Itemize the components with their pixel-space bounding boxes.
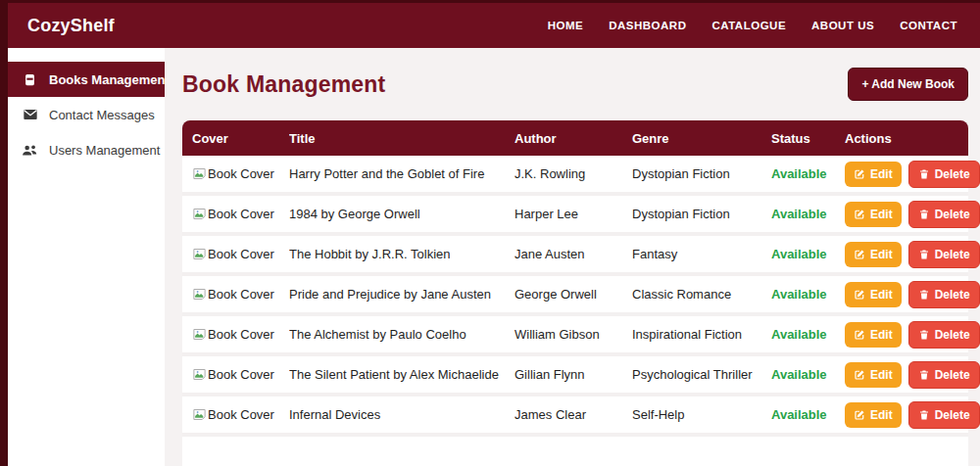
- book-cover-alt-text: Book Cover: [208, 407, 274, 422]
- edit-icon: [854, 289, 865, 301]
- sidebar-item-label: Users Management: [49, 143, 160, 158]
- book-genre: Inspirational Fiction: [632, 327, 771, 342]
- sidebar-item-users-management[interactable]: Users Management: [8, 132, 165, 167]
- edit-button[interactable]: Edit: [845, 362, 902, 388]
- book-cover: Book Cover: [192, 407, 289, 422]
- edit-button[interactable]: Edit: [845, 242, 902, 267]
- navbar-links: HOMEDASHBOARDCATALOGUEABOUT USCONTACT: [548, 20, 957, 31]
- table-row: Book Cover 1984 by George Orwell Harper …: [182, 196, 968, 236]
- edit-button-label: Edit: [870, 368, 893, 382]
- main-content: Book Management + Add New Book Cover Tit…: [165, 48, 980, 466]
- delete-button[interactable]: Delete: [908, 201, 980, 228]
- edit-button-label: Edit: [870, 408, 893, 422]
- book-title: 1984 by George Orwell: [289, 207, 514, 221]
- row-actions: Edit Delete: [845, 241, 980, 268]
- edit-button-label: Edit: [870, 208, 893, 221]
- book-genre: Self-Help: [632, 407, 771, 422]
- book-cover: Book Cover: [192, 327, 289, 342]
- book-genre: Classic Romance: [632, 287, 771, 302]
- book-title: The Silent Patient by Alex Michaelide: [289, 367, 514, 382]
- broken-image-icon: [192, 367, 207, 382]
- book-cover-alt-text: Book Cover: [208, 166, 274, 181]
- sidebar: Books Management Contact Messages Users …: [0, 48, 165, 466]
- status-badge: Available: [771, 207, 845, 221]
- trash-icon: [918, 409, 930, 421]
- top-navbar: CozyShelf HOMEDASHBOARDCATALOGUEABOUT US…: [0, 0, 980, 48]
- book-title: The Hobbit by J.R.R. Tolkien: [289, 247, 514, 261]
- delete-button-label: Delete: [935, 248, 970, 261]
- trash-icon: [918, 369, 930, 381]
- nav-link-home[interactable]: HOME: [548, 20, 584, 31]
- trash-icon: [918, 289, 930, 301]
- edit-button-label: Edit: [870, 248, 893, 261]
- book-cover-alt-text: Book Cover: [208, 207, 274, 221]
- delete-button[interactable]: Delete: [908, 401, 980, 429]
- column-header-cover: Cover: [192, 131, 289, 146]
- page-title: Book Management: [182, 71, 385, 98]
- status-badge: Available: [771, 166, 845, 181]
- book-cover: Book Cover: [192, 247, 289, 261]
- book-cover: Book Cover: [192, 166, 289, 181]
- edit-button[interactable]: Edit: [845, 402, 902, 428]
- column-header-status: Status: [771, 131, 845, 146]
- page-header: Book Management + Add New Book: [182, 68, 968, 101]
- sidebar-item-label: Books Management: [49, 72, 170, 87]
- users-icon: [22, 142, 38, 159]
- delete-button[interactable]: Delete: [908, 161, 980, 188]
- trash-icon: [918, 249, 930, 260]
- book-genre: Dystopian Fiction: [632, 166, 771, 181]
- book-cover: Book Cover: [192, 367, 289, 382]
- book-author: J.K. Rowling: [514, 166, 632, 181]
- edit-icon: [854, 329, 865, 341]
- row-actions: Edit Delete: [845, 361, 980, 389]
- edit-icon: [854, 369, 865, 381]
- nav-link-contact[interactable]: CONTACT: [900, 20, 957, 31]
- book-author: Jane Austen: [514, 247, 632, 261]
- add-new-book-button[interactable]: + Add New Book: [848, 68, 968, 101]
- trash-icon: [918, 168, 930, 180]
- edit-icon: [854, 209, 865, 220]
- sidebar-item-contact-messages[interactable]: Contact Messages: [8, 97, 165, 132]
- broken-image-icon: [192, 207, 207, 221]
- table-row-partial: [182, 437, 968, 466]
- book-cover-alt-text: Book Cover: [208, 287, 274, 302]
- edit-icon: [854, 409, 865, 421]
- book-genre: Fantasy: [632, 247, 771, 261]
- broken-image-icon: [192, 407, 207, 422]
- book-author: Harper Lee: [514, 207, 632, 221]
- status-badge: Available: [771, 287, 845, 302]
- table-header: Cover Title Author Genre Status Actions: [182, 120, 968, 156]
- column-header-genre: Genre: [632, 131, 771, 146]
- broken-image-icon: [192, 287, 207, 302]
- brand-logo[interactable]: CozyShelf: [27, 16, 115, 36]
- sidebar-item-label: Contact Messages: [49, 108, 155, 122]
- book-cover: Book Cover: [192, 287, 289, 302]
- edit-button[interactable]: Edit: [845, 202, 902, 227]
- delete-button[interactable]: Delete: [908, 361, 980, 389]
- edit-button[interactable]: Edit: [845, 282, 902, 307]
- book-author: James Clear: [514, 407, 632, 422]
- status-badge: Available: [771, 327, 845, 342]
- delete-button[interactable]: Delete: [908, 321, 980, 349]
- status-badge: Available: [771, 407, 845, 422]
- nav-link-about-us[interactable]: ABOUT US: [811, 20, 874, 31]
- delete-button-label: Delete: [935, 288, 970, 302]
- nav-link-dashboard[interactable]: DASHBOARD: [609, 20, 686, 31]
- edit-icon: [854, 168, 865, 180]
- delete-button[interactable]: Delete: [908, 281, 980, 308]
- book-cover-alt-text: Book Cover: [208, 247, 274, 261]
- row-actions: Edit Delete: [845, 161, 980, 188]
- column-header-actions: Actions: [845, 131, 958, 146]
- broken-image-icon: [192, 166, 207, 181]
- edit-button[interactable]: Edit: [845, 322, 902, 348]
- row-actions: Edit Delete: [845, 281, 980, 308]
- book-title: Pride and Prejudice by Jane Austen: [289, 287, 514, 302]
- edit-button-label: Edit: [870, 288, 893, 302]
- broken-image-icon: [192, 327, 207, 342]
- nav-link-catalogue[interactable]: CATALOGUE: [711, 20, 786, 31]
- sidebar-item-books-management[interactable]: Books Management: [8, 62, 165, 97]
- edit-button[interactable]: Edit: [845, 162, 902, 187]
- delete-button[interactable]: Delete: [908, 241, 980, 268]
- edit-button-label: Edit: [870, 328, 893, 342]
- table-row: Book Cover The Hobbit by J.R.R. Tolkien …: [182, 236, 968, 276]
